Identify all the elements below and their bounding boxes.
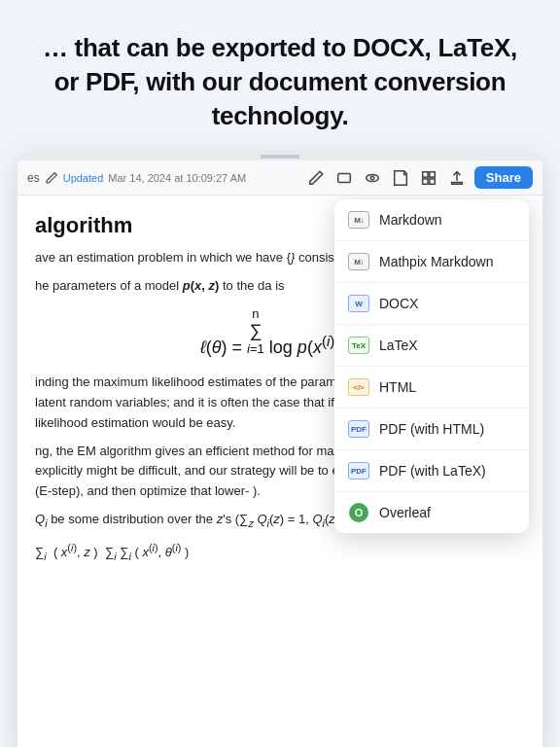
overleaf-icon: O: [348, 502, 369, 523]
filename-label: es: [27, 171, 40, 185]
markdown-label: Markdown: [379, 212, 442, 228]
markdown-icon: M↓: [348, 209, 369, 231]
dropdown-item-pdf-latex[interactable]: PDF PDF (with LaTeX): [334, 450, 529, 492]
device-frame: es Updated Mar 14, 2024 at 10:09:27 AM: [18, 153, 542, 747]
svg-point-2: [370, 176, 374, 180]
dropdown-item-overleaf[interactable]: O Overleaf: [334, 492, 529, 533]
dropdown-item-mathpix-markdown[interactable]: M↓ Mathpix Markdown: [334, 241, 529, 283]
mathpix-markdown-icon: M↓: [348, 251, 369, 272]
headline-area: … that can be exported to DOCX, LaTeX, o…: [0, 0, 560, 153]
dropdown-item-pdf-html[interactable]: PDF PDF (with HTML): [334, 409, 529, 450]
export-dropdown: M↓ Markdown M↓ Mathpix Markdown W DOCX T…: [334, 199, 529, 533]
headline-text: … that can be exported to DOCX, LaTeX, o…: [39, 31, 521, 133]
toolbar-right: Share: [305, 166, 533, 189]
svg-rect-6: [430, 179, 435, 184]
svg-rect-5: [423, 179, 428, 184]
overleaf-label: Overleaf: [379, 505, 431, 520]
pdf-html-label: PDF (with HTML): [379, 421, 484, 437]
latex-label: LaTeX: [379, 338, 418, 353]
html-icon: </>: [348, 376, 369, 398]
toolbar: es Updated Mar 14, 2024 at 10:09:27 AM: [18, 160, 542, 196]
notch-dot: [261, 155, 299, 159]
edit-icon[interactable]: [45, 171, 58, 185]
share-button[interactable]: Share: [474, 166, 533, 189]
doc-para-6: ∑i ( x(i), z ) ∑i ∑i ( x(i), θ(i) ): [35, 540, 525, 565]
document-icon-btn[interactable]: [390, 167, 411, 189]
pdf-html-icon: PDF: [348, 418, 369, 440]
rectangle-icon-btn[interactable]: [333, 167, 355, 189]
toolbar-left: es Updated Mar 14, 2024 at 10:09:27 AM: [27, 171, 299, 185]
svg-rect-0: [338, 173, 351, 182]
eye-icon-btn[interactable]: [362, 167, 383, 189]
latex-icon: TeX: [348, 335, 369, 356]
docx-label: DOCX: [379, 296, 418, 311]
dropdown-item-markdown[interactable]: M↓ Markdown: [334, 199, 529, 241]
pdf-latex-label: PDF (with LaTeX): [379, 463, 486, 479]
document-area: algorithm ave an estimation problem in w…: [18, 196, 542, 747]
date-label: Mar 14, 2024 at 10:09:27 AM: [108, 172, 246, 184]
svg-rect-3: [423, 171, 428, 176]
device-notch: [18, 153, 542, 160]
mathpix-markdown-label: Mathpix Markdown: [379, 254, 494, 269]
svg-rect-4: [430, 171, 435, 176]
pdf-latex-icon: PDF: [348, 460, 369, 481]
grid-icon-btn[interactable]: [418, 167, 439, 189]
updated-label: Updated: [63, 172, 104, 184]
upload-icon-btn[interactable]: [446, 167, 468, 189]
docx-icon: W: [348, 293, 369, 314]
html-label: HTML: [379, 379, 416, 395]
dropdown-item-html[interactable]: </> HTML: [334, 367, 529, 409]
dropdown-item-docx[interactable]: W DOCX: [334, 283, 529, 325]
pencil-icon-btn[interactable]: [305, 167, 327, 189]
dropdown-item-latex[interactable]: TeX LaTeX: [334, 325, 529, 367]
